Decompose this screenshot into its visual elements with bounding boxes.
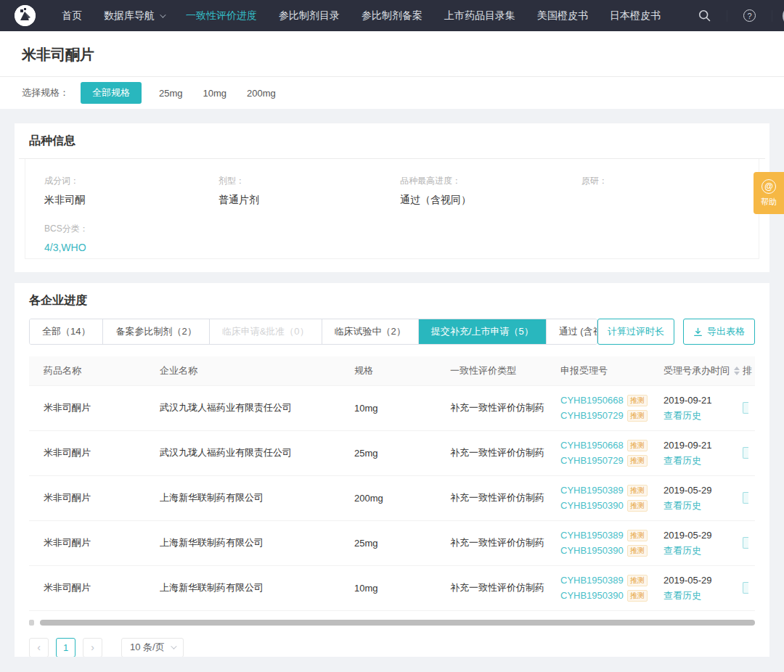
tab-5[interactable]: 通过 (含视同)（3） xyxy=(547,319,597,344)
tab-0[interactable]: 全部（14） xyxy=(30,319,103,344)
pagination-next-button[interactable]: › xyxy=(83,638,102,657)
pagination-pages: 1 xyxy=(56,638,75,657)
nav-item-1[interactable]: 数据库导航 xyxy=(104,9,164,22)
nav-item-2[interactable]: 一致性评价进度 xyxy=(186,9,257,22)
view-history-link[interactable]: 查看历史 xyxy=(663,588,740,603)
acceptance-line: CYHB1950668推测 xyxy=(560,438,649,453)
pagination-page-1[interactable]: 1 xyxy=(56,638,75,657)
top-nav: 首页数据库导航一致性评价进度参比制剂目录参比制剂备案上市药品目录集美国橙皮书日本… xyxy=(0,0,784,31)
export-table-button[interactable]: 导出表格 xyxy=(683,319,755,345)
nav-item-0[interactable]: 首页 xyxy=(62,9,82,22)
table-header: 药品名称企业名称规格一致性评价类型申报受理号受理号承办时间排 xyxy=(29,356,755,385)
inferred-badge: 推测 xyxy=(627,440,648,451)
inferred-badge: 推测 xyxy=(627,410,648,422)
table-body: 米非司酮片武汉九珑人福药业有限责任公司10mg补充一致性评价仿制药CYHB195… xyxy=(29,385,755,610)
cell-acceptance-numbers: CYHB1950668推测CYHB1950729推测 xyxy=(546,385,649,430)
help-icon[interactable]: ? xyxy=(727,9,772,22)
acceptance-number-link[interactable]: CYHB1950390 xyxy=(560,498,624,513)
progress-card-title: 各企业进度 xyxy=(29,293,755,308)
acceptance-line: CYHB1950389推测 xyxy=(560,483,649,498)
scrollbar-thumb[interactable] xyxy=(40,620,755,626)
tab-4[interactable]: 提交补充/上市申请（5） xyxy=(419,319,547,344)
page-header: 米非司酮片 选择规格： 全部规格25mg10mg200mg xyxy=(0,31,784,109)
inferred-badge: 推测 xyxy=(627,455,648,467)
variety-panel: 成分词：米非司酮剂型：普通片剂品种最高进度：通过（含视同）原研：BCS分类：4/… xyxy=(25,159,759,259)
acceptance-number-link[interactable]: CYHB1950668 xyxy=(560,393,624,408)
spec-option-0[interactable]: 全部规格 xyxy=(81,82,142,104)
acceptance-number-link[interactable]: CYHB1950729 xyxy=(560,453,624,468)
cell-company-name: 上海新华联制药有限公司 xyxy=(145,475,340,520)
card-actions: 计算过评时长 导出表格 xyxy=(597,319,755,345)
spec-options: 全部规格25mg10mg200mg xyxy=(81,82,296,104)
search-icon[interactable] xyxy=(682,9,727,22)
cell-truncated xyxy=(740,520,755,565)
column-header-2: 规格 xyxy=(340,356,436,385)
acceptance-number-link[interactable]: CYHB1950389 xyxy=(560,528,624,543)
view-history-link[interactable]: 查看历史 xyxy=(663,498,740,513)
acceptance-number-link[interactable]: CYHB1950389 xyxy=(560,483,624,498)
field-value: 通过（含视同） xyxy=(400,194,581,207)
cell-truncated xyxy=(740,565,755,610)
help-glyph: ? xyxy=(743,9,756,22)
cell-drug-name: 米非司酮片 xyxy=(29,475,145,520)
accept-date: 2019-05-29 xyxy=(663,528,740,543)
cell-spec: 10mg xyxy=(340,565,436,610)
field-value: 米非司酮 xyxy=(44,194,219,207)
nav-item-7[interactable]: 日本橙皮书 xyxy=(610,9,661,22)
field-label: BCS分类： xyxy=(44,223,219,235)
cell-drug-name: 米非司酮片 xyxy=(29,430,145,475)
view-history-link[interactable]: 查看历史 xyxy=(663,408,740,423)
cell-spec: 25mg xyxy=(340,520,436,565)
view-history-link[interactable]: 查看历史 xyxy=(663,543,740,558)
scrollbar-nub[interactable] xyxy=(29,620,34,626)
progress-table: 药品名称企业名称规格一致性评价类型申报受理号受理号承办时间排 米非司酮片武汉九珑… xyxy=(29,356,755,611)
bcs-link[interactable]: 4/3,WHO xyxy=(44,242,219,253)
cell-eval-type: 补充一致性评价仿制药 xyxy=(436,430,546,475)
cell-company-name: 上海新华联制药有限公司 xyxy=(145,565,340,610)
horizontal-scrollbar xyxy=(29,620,755,626)
column-header-4: 申报受理号 xyxy=(546,356,649,385)
spec-option-3[interactable]: 200mg xyxy=(247,83,276,103)
enterprise-progress-card: 各企业进度 全部（14）备案参比制剂（2）临床申请&批准（0）临床试验中（2）提… xyxy=(15,283,769,657)
acceptance-line: CYHB1950668推测 xyxy=(560,393,649,408)
acceptance-number-link[interactable]: CYHB1950389 xyxy=(560,573,624,588)
page-size-select[interactable]: 10 条/页 xyxy=(121,638,184,657)
cell-company-name: 上海新华联制药有限公司 xyxy=(145,520,340,565)
acceptance-number-link[interactable]: CYHB1950729 xyxy=(560,408,624,423)
sort-icon[interactable] xyxy=(734,366,740,375)
spec-option-2[interactable]: 10mg xyxy=(203,83,227,103)
truncated-cell-fragment xyxy=(743,402,748,414)
acceptance-number-link[interactable]: CYHB1950668 xyxy=(560,438,624,453)
nav-item-3[interactable]: 参比制剂目录 xyxy=(279,9,340,22)
nav-item-5[interactable]: 上市药品目录集 xyxy=(444,9,515,22)
help-float-button[interactable]: @ 帮助 xyxy=(754,172,784,214)
help-float-label: 帮助 xyxy=(761,197,777,208)
field-value: 普通片剂 xyxy=(219,194,400,207)
spec-option-1[interactable]: 25mg xyxy=(159,83,183,103)
nav-item-4[interactable]: 参比制剂备案 xyxy=(362,9,422,22)
cell-acceptance-numbers: CYHB1950389推测CYHB1950390推测 xyxy=(546,475,649,520)
logo[interactable] xyxy=(15,5,36,26)
cell-drug-name: 米非司酮片 xyxy=(29,385,145,430)
calc-eval-duration-button[interactable]: 计算过评时长 xyxy=(597,319,674,345)
spec-selector: 选择规格： 全部规格25mg10mg200mg xyxy=(22,77,762,109)
nav-menu: 首页数据库导航一致性评价进度参比制剂目录参比制剂备案上市药品目录集美国橙皮书日本… xyxy=(62,9,682,22)
inferred-badge: 推测 xyxy=(627,575,648,586)
table-row: 米非司酮片武汉九珑人福药业有限责任公司25mg补充一致性评价仿制药CYHB195… xyxy=(29,430,755,475)
tab-3[interactable]: 临床试验中（2） xyxy=(322,319,419,344)
acceptance-number-link[interactable]: CYHB1950390 xyxy=(560,543,624,558)
cell-truncated xyxy=(740,385,755,430)
page-size-value: 10 条/页 xyxy=(130,641,165,654)
variety-field-1: 剂型：普通片剂 xyxy=(219,175,400,207)
cell-truncated xyxy=(740,475,755,520)
cell-accept-date: 2019-05-29查看历史 xyxy=(649,565,740,610)
tab-2: 临床申请&批准（0） xyxy=(210,319,322,344)
nav-item-6[interactable]: 美国橙皮书 xyxy=(537,9,588,22)
sort-down-icon xyxy=(734,372,740,375)
pagination-prev-button[interactable]: ‹ xyxy=(29,638,49,657)
variety-field-0: 成分词：米非司酮 xyxy=(44,175,219,207)
variety-field-2: 品种最高进度：通过（含视同） xyxy=(400,175,581,207)
view-history-link[interactable]: 查看历史 xyxy=(663,453,740,468)
acceptance-number-link[interactable]: CYHB1950390 xyxy=(560,588,624,603)
tab-1[interactable]: 备案参比制剂（2） xyxy=(103,319,209,344)
